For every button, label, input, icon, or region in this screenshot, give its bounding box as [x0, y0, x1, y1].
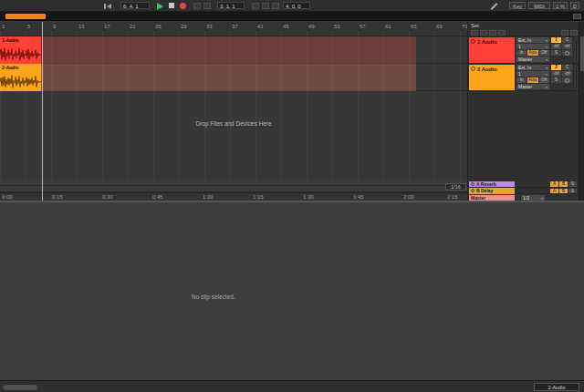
- track-circle-icon[interactable]: [471, 182, 474, 186]
- song-position-field[interactable]: 3. 1. 1: [217, 2, 245, 9]
- solo-button[interactable]: S: [568, 181, 577, 187]
- return-lane-a[interactable]: [0, 180, 467, 186]
- volume-field[interactable]: -inf: [551, 44, 561, 49]
- clip-name-label: 2-Audio: [0, 64, 41, 71]
- arrangement-position-left-field[interactable]: 6. 4. 1: [120, 2, 150, 9]
- arm-button[interactable]: [562, 50, 572, 56]
- level-meter: [575, 38, 578, 62]
- time-label: 1:00: [203, 194, 214, 200]
- follow-icon[interactable]: [104, 4, 106, 9]
- track-activator[interactable]: 1: [551, 37, 561, 43]
- return-lane-b[interactable]: [0, 186, 467, 192]
- record-button[interactable]: [180, 3, 186, 9]
- bar-number: 9: [53, 24, 56, 29]
- output-chooser[interactable]: Master: [516, 57, 549, 62]
- solo-button[interactable]: S: [551, 77, 561, 83]
- input-type-chooser[interactable]: Ext. In: [516, 65, 549, 70]
- key-map-button[interactable]: Key: [509, 2, 526, 9]
- volume-field[interactable]: -inf: [551, 71, 561, 77]
- vertical-scrollbar[interactable]: [579, 22, 584, 201]
- punch-out-icon[interactable]: [272, 3, 279, 9]
- monitor-in-button[interactable]: In: [516, 77, 527, 83]
- punch-in-icon[interactable]: [252, 3, 259, 9]
- return-name-label: B Delay: [476, 188, 493, 193]
- track-name-box[interactable]: 2 Audio: [469, 65, 515, 90]
- overview-zoom-box[interactable]: [573, 14, 581, 19]
- track-circle-icon[interactable]: [471, 189, 474, 192]
- no-clip-text: No clip selected.: [192, 294, 235, 300]
- panel-option-icon[interactable]: [570, 30, 578, 36]
- track-name-box[interactable]: 1 Audio: [469, 37, 515, 63]
- waveform-icon: [0, 46, 42, 63]
- sends-section-toggle-icon[interactable]: [480, 30, 487, 36]
- panel-option-icon[interactable]: [561, 30, 568, 36]
- return-track-a-header: A Reverb A B S: [468, 181, 579, 188]
- monitor-off-button[interactable]: Off: [539, 50, 549, 56]
- send-b-box[interactable]: B: [559, 181, 568, 187]
- stop-button[interactable]: [169, 3, 174, 8]
- arrangement-overview[interactable]: [0, 12, 584, 21]
- pan-control[interactable]: C: [562, 37, 572, 43]
- track-name-label: 2 Audio: [477, 67, 497, 72]
- audio-clip-2[interactable]: 2-Audio: [0, 64, 42, 91]
- mixer-section-toggle-icon[interactable]: [489, 30, 496, 36]
- overview-loop-region[interactable]: [5, 14, 46, 19]
- return-name-box[interactable]: A Reverb: [469, 181, 515, 188]
- track-name-label: 1 Audio: [477, 39, 497, 45]
- loop-length-field[interactable]: 4. 0. 0: [283, 2, 310, 9]
- input-channel-chooser[interactable]: 1: [516, 71, 549, 77]
- io-section-toggle-icon[interactable]: [471, 30, 478, 36]
- monitor-off-button[interactable]: Off: [539, 77, 549, 83]
- monitor-in-button[interactable]: In: [516, 50, 527, 56]
- pan-control[interactable]: C: [562, 65, 572, 70]
- clip-region-track-2[interactable]: [42, 64, 416, 91]
- time-label: 0:45: [152, 194, 163, 200]
- follow-arrow-icon[interactable]: [107, 4, 111, 9]
- input-type-chooser[interactable]: Ext. In: [516, 37, 549, 43]
- mixer-section: 2 C -inf -inf S: [551, 65, 573, 83]
- input-channel-value: 1: [518, 71, 521, 77]
- status-left-control[interactable]: [3, 385, 37, 390]
- waveform-icon: [0, 74, 42, 90]
- solo-button[interactable]: S: [551, 50, 561, 56]
- transport-bar: 6. 4. 1 3. 1. 1 4. 0. 0 Key MIDI 1 % D: [0, 0, 584, 12]
- loop-toggle-icon[interactable]: [262, 3, 269, 9]
- playhead[interactable]: [42, 22, 43, 201]
- output-chooser[interactable]: Master: [516, 84, 549, 89]
- track-header-2: 2 Audio Ext. In 1 In Auto Off Master: [468, 64, 579, 91]
- send-a-box[interactable]: A: [550, 181, 558, 187]
- track-activator[interactable]: 2: [551, 65, 561, 70]
- bar-number: 57: [360, 24, 366, 29]
- monitor-auto-button[interactable]: Auto: [527, 77, 537, 83]
- audio-clip-1[interactable]: 1-Audio: [0, 36, 42, 64]
- input-channel-chooser[interactable]: 1: [516, 44, 549, 49]
- play-button[interactable]: [157, 3, 163, 10]
- time-ruler[interactable]: 0:00 0:15 0:30 0:45 1:00 1:15 1:30 1:45 …: [0, 192, 467, 201]
- clip-name-label: 1-Audio: [0, 36, 41, 44]
- track-circle-icon[interactable]: [471, 39, 475, 44]
- time-label: 2:00: [403, 194, 414, 200]
- overdub-icon[interactable]: [193, 3, 201, 9]
- chevron-down-icon: [546, 84, 548, 89]
- beat-time-ruler[interactable]: 1 5 9 13 17 21 25 29 33 37 41 45 49 53 5…: [0, 22, 467, 36]
- arrangement-tracks-area[interactable]: 1-Audio 2-Audio Drop Files and Devices H…: [0, 36, 467, 192]
- set-label: Set: [471, 23, 479, 28]
- bar-number: 53: [334, 24, 340, 29]
- time-label: 0:30: [102, 194, 113, 200]
- returns-toggle-icon[interactable]: [498, 30, 506, 36]
- send-b-box[interactable]: B: [559, 189, 568, 194]
- clip-region-track-1[interactable]: [42, 36, 416, 64]
- draw-mode-pencil-icon[interactable]: [491, 3, 498, 10]
- monitor-switch: In Auto Off: [516, 77, 549, 83]
- automation-arm-icon[interactable]: [203, 3, 211, 9]
- send-a-box[interactable]: A: [550, 189, 558, 194]
- return-name-box[interactable]: B Delay: [469, 188, 515, 194]
- set-header-row: Set: [468, 22, 579, 36]
- track-circle-icon[interactable]: [471, 67, 475, 71]
- solo-button[interactable]: S: [568, 189, 577, 194]
- midi-map-button[interactable]: MIDI: [528, 2, 550, 9]
- scrollbar-handle[interactable]: [580, 36, 584, 71]
- arm-button[interactable]: [562, 77, 572, 83]
- monitor-auto-button[interactable]: Auto: [527, 50, 537, 56]
- cpu-load-meter: 1 %: [553, 2, 568, 9]
